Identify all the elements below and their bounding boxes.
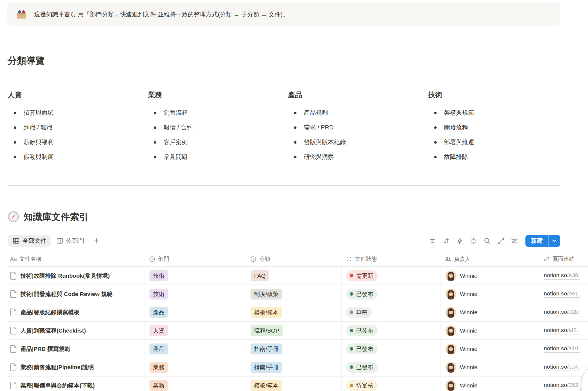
page-link[interactable]: notion.so/af2.. bbox=[544, 327, 580, 334]
table-row[interactable]: 業務|報價單與合約範本(下載) 業務 模板/範本 待審核 bbox=[8, 377, 588, 391]
category-list-item[interactable]: 架構與規範 bbox=[428, 109, 560, 117]
category-column-title: 人資 bbox=[8, 90, 140, 99]
category-tag[interactable]: 模板/範本 bbox=[251, 380, 282, 391]
settings-sliders-icon[interactable] bbox=[511, 237, 518, 245]
category-tag[interactable]: 流程/SOP bbox=[251, 325, 283, 336]
cell-owner[interactable]: Winnie bbox=[440, 322, 539, 339]
category-list-item[interactable]: 發版與版本紀錄 bbox=[288, 138, 420, 146]
column-header-department[interactable]: 部門 bbox=[145, 255, 246, 263]
category-list-item[interactable]: 薪酬與福利 bbox=[8, 138, 140, 146]
page-link[interactable]: notion.so/e39. bbox=[544, 272, 580, 280]
status-badge[interactable]: 已發布 bbox=[346, 343, 378, 354]
cell-page-link[interactable]: notion.so/a19. bbox=[539, 340, 588, 358]
sort-icon[interactable] bbox=[442, 237, 450, 245]
page-link[interactable]: notion.so/ee1. bbox=[544, 290, 580, 298]
card-file-box-icon bbox=[16, 8, 28, 20]
department-tag[interactable]: 人資 bbox=[149, 325, 168, 336]
status-badge[interactable]: 已發布 bbox=[346, 289, 378, 300]
cell-owner[interactable]: Winnie bbox=[440, 285, 539, 303]
category-list-item[interactable]: 需求 / PRD bbox=[288, 123, 420, 132]
category-list-item[interactable]: 研究與洞察 bbox=[288, 153, 420, 161]
cell-status: 已發布 bbox=[341, 340, 440, 358]
category-list-item[interactable]: 開發流程 bbox=[428, 123, 560, 132]
status-badge[interactable]: 待審核 bbox=[346, 380, 378, 391]
cell-page-link[interactable]: notion.so/ee1. bbox=[539, 285, 588, 303]
avatar bbox=[445, 380, 456, 391]
column-header-category[interactable]: 分類 bbox=[246, 255, 341, 263]
category-list-item[interactable]: 招募與面試 bbox=[8, 109, 140, 117]
cell-doc-name[interactable]: 業務|報價單與合約範本(下載) bbox=[8, 377, 145, 391]
cell-page-link[interactable]: notion.so/af2.. bbox=[539, 322, 588, 339]
category-tag[interactable]: 模板/範本 bbox=[251, 307, 282, 318]
status-dot bbox=[350, 292, 353, 296]
new-button-label[interactable]: 新建 bbox=[525, 235, 548, 247]
column-header-doc-name[interactable]: Aa 文件名稱 bbox=[8, 255, 145, 263]
search-icon[interactable] bbox=[483, 237, 491, 245]
cell-doc-name[interactable]: 技術|故障排除 Runbook(常見情境) bbox=[8, 267, 145, 285]
link-domain: notion.so bbox=[544, 290, 567, 297]
category-list-item[interactable]: 客戶案例 bbox=[148, 138, 280, 146]
category-tag[interactable]: FAQ bbox=[251, 270, 269, 281]
table-row[interactable]: 技術|故障排除 Runbook(常見情境) 技術 FAQ 需更新 bbox=[8, 267, 588, 285]
table-row[interactable]: 產品|發版紀錄撰寫模板 產品 模板/範本 草稿 bbox=[8, 303, 588, 322]
page-link[interactable]: notion.so/a19. bbox=[544, 345, 580, 353]
cell-owner[interactable]: Winnie bbox=[440, 340, 539, 358]
cell-owner[interactable]: Winnie bbox=[440, 267, 539, 285]
category-list-item[interactable]: 假勤與制度 bbox=[8, 153, 140, 161]
table-row[interactable]: 人資|到職流程(Checklist) 人資 流程/SOP 已發布 bbox=[8, 322, 588, 340]
status-badge[interactable]: 已發布 bbox=[346, 362, 378, 373]
cell-page-link[interactable]: notion.so/d2b. bbox=[539, 303, 588, 321]
category-list-item[interactable]: 到職 / 離職 bbox=[8, 123, 140, 132]
table-row[interactable]: 業務|銷售流程(Pipeline)說明 業務 指南/手冊 已發布 bbox=[8, 358, 588, 377]
expand-icon[interactable] bbox=[497, 237, 505, 245]
department-tag[interactable]: 產品 bbox=[149, 343, 168, 354]
category-list-item[interactable]: 部署與維運 bbox=[428, 138, 560, 146]
department-tag[interactable]: 業務 bbox=[149, 362, 168, 373]
cell-doc-name[interactable]: 人資|到職流程(Checklist) bbox=[8, 322, 145, 339]
cell-owner[interactable]: Winnie bbox=[440, 358, 539, 376]
department-tag[interactable]: 業務 bbox=[149, 380, 168, 391]
status-badge[interactable]: 需更新 bbox=[346, 270, 378, 281]
avatar bbox=[445, 362, 456, 373]
new-button-dropdown[interactable] bbox=[548, 235, 560, 247]
status-badge[interactable]: 已發布 bbox=[346, 325, 378, 336]
status-badge[interactable]: 草稿 bbox=[346, 307, 372, 318]
department-tag[interactable]: 技術 bbox=[149, 289, 168, 300]
tab-by-department[interactable]: 依部門 bbox=[51, 235, 89, 247]
cell-page-link[interactable]: notion.so/252 bbox=[539, 377, 588, 391]
department-tag[interactable]: 產品 bbox=[149, 307, 168, 318]
category-list-item[interactable]: 報價 / 合約 bbox=[148, 123, 280, 132]
category-tag[interactable]: 制度/政策 bbox=[251, 289, 282, 300]
cell-page-link[interactable]: notion.so/e39. bbox=[539, 267, 588, 285]
cell-doc-name[interactable]: 產品|PRD 撰寫規範 bbox=[8, 340, 145, 358]
cell-doc-name[interactable]: 產品|發版紀錄撰寫模板 bbox=[8, 303, 145, 321]
new-button[interactable]: 新建 bbox=[525, 235, 560, 247]
page-link[interactable]: notion.so/ca4. bbox=[544, 363, 580, 371]
page-link[interactable]: notion.so/252 bbox=[544, 382, 578, 389]
sparkle-icon[interactable] bbox=[470, 237, 477, 245]
cell-owner[interactable]: Winnie bbox=[440, 377, 539, 391]
table-row[interactable]: 產品|PRD 撰寫規範 產品 指南/手冊 已發布 bbox=[8, 340, 588, 358]
category-list-item[interactable]: 產品規劃 bbox=[288, 109, 420, 117]
cell-page-link[interactable]: notion.so/ca4. bbox=[539, 358, 588, 376]
tab-all-documents[interactable]: 全部文件 bbox=[8, 235, 51, 247]
category-list-item[interactable]: 銷售流程 bbox=[148, 109, 280, 117]
column-header-page-link[interactable]: 頁面連結 bbox=[539, 255, 588, 263]
category-tag[interactable]: 指南/手冊 bbox=[251, 343, 282, 354]
table-row[interactable]: 技術|開發流程與 Code Review 規範 技術 制度/政策 已發布 bbox=[8, 285, 588, 303]
link-domain: notion.so bbox=[544, 345, 567, 351]
cell-doc-name[interactable]: 業務|銷售流程(Pipeline)說明 bbox=[8, 358, 145, 376]
column-header-status[interactable]: 文件狀態 bbox=[341, 255, 440, 263]
category-list-item[interactable]: 常見問題 bbox=[148, 153, 280, 161]
status-label: 已發布 bbox=[356, 290, 373, 298]
add-view-button[interactable] bbox=[93, 237, 100, 244]
column-header-owner[interactable]: 負責人 bbox=[440, 255, 539, 263]
cell-owner[interactable]: Winnie bbox=[440, 303, 539, 321]
page-link[interactable]: notion.so/d2b. bbox=[544, 309, 580, 316]
automation-icon[interactable] bbox=[456, 237, 464, 245]
category-tag[interactable]: 指南/手冊 bbox=[251, 362, 282, 373]
filter-icon[interactable] bbox=[429, 237, 436, 245]
department-tag[interactable]: 技術 bbox=[149, 270, 168, 281]
cell-doc-name[interactable]: 技術|開發流程與 Code Review 規範 bbox=[8, 285, 145, 303]
category-list-item[interactable]: 故障排除 bbox=[428, 153, 560, 161]
